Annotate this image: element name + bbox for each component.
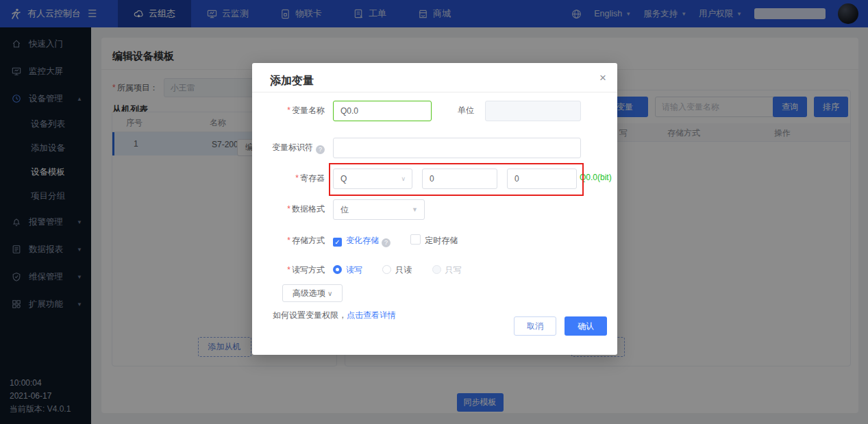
divider: [252, 92, 617, 92]
required-mark: *: [287, 236, 290, 245]
radio-unselected-icon: [382, 265, 391, 274]
info-icon[interactable]: ?: [316, 145, 325, 154]
checkbox-unchecked-icon: [410, 234, 421, 245]
storage-change-checkbox[interactable]: ✓变化存储?: [333, 236, 390, 245]
advanced-options-button[interactable]: 高级选项 ∨: [282, 284, 343, 302]
add-variable-modal: 添加变量 × *变量名称 Q0.0 单位 变量标识符? *寄存器 Q ∨ 0 0…: [252, 63, 617, 355]
info-icon[interactable]: ?: [382, 238, 390, 247]
rw-writeonly-radio: 只写: [432, 265, 462, 275]
rw-options: 读写 只读 只写: [333, 260, 480, 280]
help-text: 如何设置变量权限，: [273, 310, 347, 320]
cancel-button[interactable]: 取消: [514, 316, 556, 336]
storage-timed-checkbox[interactable]: 定时存储: [410, 236, 458, 245]
data-format-label: *数据格式: [256, 199, 325, 219]
register-bit-input[interactable]: 0: [507, 169, 577, 189]
rw-mode-label: *读写方式: [256, 260, 325, 280]
radio-disabled-icon: [432, 265, 441, 274]
required-mark: *: [287, 105, 290, 115]
variable-name-label: *变量名称: [256, 100, 325, 121]
help-details-link[interactable]: 点击查看详情: [347, 310, 396, 320]
chevron-down-icon: ∨: [327, 290, 332, 297]
data-format-select[interactable]: 位 ▼: [333, 199, 425, 220]
register-type-value: Q: [340, 174, 347, 184]
register-label: *寄存器: [256, 168, 325, 188]
confirm-button[interactable]: 确认: [565, 316, 607, 336]
unit-label: 单位: [415, 100, 474, 121]
required-mark: *: [287, 204, 290, 214]
caret-down-icon: ▼: [412, 200, 418, 219]
checkbox-checked-icon: ✓: [333, 238, 342, 247]
identifier-label: 变量标识符?: [247, 137, 325, 158]
required-mark: *: [295, 173, 299, 183]
rw-readonly-radio[interactable]: 只读: [382, 265, 412, 275]
storage-options: ✓变化存储? 定时存储: [333, 230, 475, 251]
storage-mode-label: *存储方式: [256, 230, 325, 251]
register-type-select[interactable]: Q ∨: [333, 169, 412, 189]
identifier-input[interactable]: [333, 138, 581, 158]
radio-selected-icon: [333, 265, 342, 274]
register-address-input[interactable]: 0: [422, 169, 497, 189]
chevron-down-icon: ∨: [401, 169, 406, 188]
data-format-value: 位: [340, 205, 349, 214]
required-mark: *: [287, 265, 290, 275]
modal-title: 添加变量: [270, 74, 314, 88]
unit-input: [485, 101, 581, 121]
screen: 有人云控制台 ☰ 云组态 云监测 物联卡 工单 商城: [0, 0, 868, 424]
rw-readwrite-radio[interactable]: 读写: [333, 265, 362, 275]
help-line: 如何设置变量权限，点击查看详情: [273, 310, 396, 321]
register-hint: Q0.0(bit): [580, 167, 612, 188]
close-icon[interactable]: ×: [599, 71, 606, 85]
